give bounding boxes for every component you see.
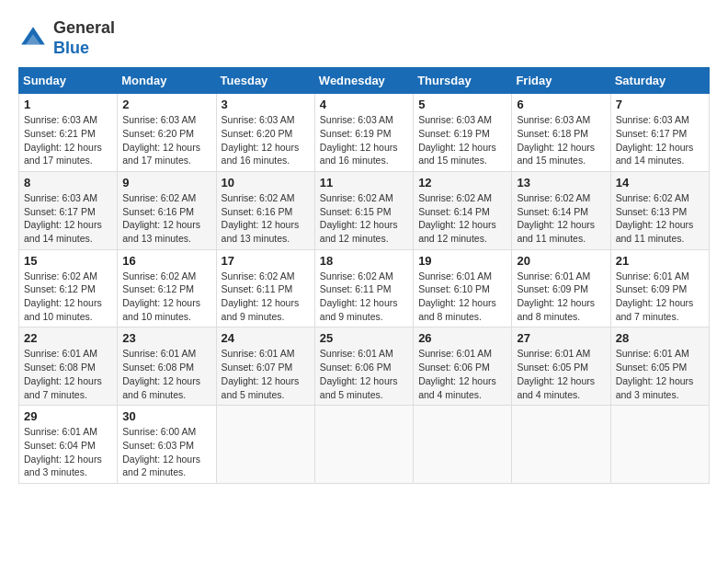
day-info: Sunrise: 6:00 AMSunset: 6:03 PMDaylight:… xyxy=(122,425,210,479)
calendar-cell: 26Sunrise: 6:01 AMSunset: 6:06 PMDayligh… xyxy=(414,327,512,406)
day-info: Sunrise: 6:02 AMSunset: 6:14 PMDaylight:… xyxy=(418,191,506,246)
weekday-friday: Friday xyxy=(512,68,610,94)
calendar-cell: 12Sunrise: 6:02 AMSunset: 6:14 PMDayligh… xyxy=(414,171,512,249)
weekday-header-row: SundayMondayTuesdayWednesdayThursdayFrid… xyxy=(19,68,710,94)
calendar-cell: 29Sunrise: 6:01 AMSunset: 6:04 PMDayligh… xyxy=(19,406,118,484)
day-info: Sunrise: 6:03 AMSunset: 6:19 PMDaylight:… xyxy=(418,113,506,167)
day-number: 28 xyxy=(616,331,704,345)
day-info: Sunrise: 6:01 AMSunset: 6:08 PMDaylight:… xyxy=(122,347,210,401)
day-info: Sunrise: 6:01 AMSunset: 6:10 PMDaylight:… xyxy=(418,270,506,324)
day-info: Sunrise: 6:03 AMSunset: 6:20 PMDaylight:… xyxy=(122,113,210,167)
logo-icon xyxy=(18,24,48,53)
day-info: Sunrise: 6:02 AMSunset: 6:12 PMDaylight:… xyxy=(24,270,112,324)
day-number: 10 xyxy=(222,176,310,190)
day-info: Sunrise: 6:02 AMSunset: 6:11 PMDaylight:… xyxy=(320,270,408,324)
day-number: 5 xyxy=(418,98,506,111)
calendar-cell: 24Sunrise: 6:01 AMSunset: 6:07 PMDayligh… xyxy=(216,327,314,406)
calendar-week-0: 1Sunrise: 6:03 AMSunset: 6:21 PMDaylight… xyxy=(19,94,710,172)
calendar-cell: 9Sunrise: 6:02 AMSunset: 6:16 PMDaylight… xyxy=(118,171,216,249)
calendar-cell: 30Sunrise: 6:00 AMSunset: 6:03 PMDayligh… xyxy=(118,406,216,484)
calendar-cell: 18Sunrise: 6:02 AMSunset: 6:11 PMDayligh… xyxy=(314,249,413,327)
calendar-cell: 19Sunrise: 6:01 AMSunset: 6:10 PMDayligh… xyxy=(414,249,512,327)
calendar-cell: 7Sunrise: 6:03 AMSunset: 6:17 PMDaylight… xyxy=(610,94,709,172)
calendar-cell: 4Sunrise: 6:03 AMSunset: 6:19 PMDaylight… xyxy=(314,94,413,172)
weekday-wednesday: Wednesday xyxy=(314,68,413,94)
day-number: 15 xyxy=(24,254,112,268)
calendar-cell: 15Sunrise: 6:02 AMSunset: 6:12 PMDayligh… xyxy=(19,249,118,327)
day-number: 20 xyxy=(517,254,605,268)
day-number: 16 xyxy=(122,254,210,268)
day-info: Sunrise: 6:02 AMSunset: 6:16 PMDaylight:… xyxy=(222,191,310,246)
day-number: 23 xyxy=(122,331,210,345)
day-number: 27 xyxy=(517,331,605,345)
calendar-week-1: 8Sunrise: 6:03 AMSunset: 6:17 PMDaylight… xyxy=(19,171,710,249)
day-info: Sunrise: 6:02 AMSunset: 6:13 PMDaylight:… xyxy=(616,191,704,246)
calendar-cell: 3Sunrise: 6:03 AMSunset: 6:20 PMDaylight… xyxy=(216,94,314,172)
calendar-cell xyxy=(216,406,314,484)
calendar-cell: 2Sunrise: 6:03 AMSunset: 6:20 PMDaylight… xyxy=(118,94,216,172)
day-info: Sunrise: 6:02 AMSunset: 6:11 PMDaylight:… xyxy=(222,270,310,324)
calendar-cell: 16Sunrise: 6:02 AMSunset: 6:12 PMDayligh… xyxy=(118,249,216,327)
day-number: 1 xyxy=(24,98,112,111)
day-info: Sunrise: 6:03 AMSunset: 6:20 PMDaylight:… xyxy=(222,113,310,167)
calendar-cell xyxy=(314,406,413,484)
day-number: 14 xyxy=(616,176,704,190)
day-number: 4 xyxy=(320,98,408,111)
day-number: 30 xyxy=(122,409,210,423)
page-header: General Blue xyxy=(18,18,710,58)
weekday-thursday: Thursday xyxy=(414,68,512,94)
day-number: 26 xyxy=(418,331,506,345)
day-number: 3 xyxy=(222,98,310,111)
weekday-monday: Monday xyxy=(118,68,216,94)
calendar-cell: 14Sunrise: 6:02 AMSunset: 6:13 PMDayligh… xyxy=(610,171,709,249)
calendar-week-4: 29Sunrise: 6:01 AMSunset: 6:04 PMDayligh… xyxy=(19,406,710,484)
calendar-cell: 5Sunrise: 6:03 AMSunset: 6:19 PMDaylight… xyxy=(414,94,512,172)
day-info: Sunrise: 6:02 AMSunset: 6:12 PMDaylight:… xyxy=(122,270,210,324)
calendar-cell: 17Sunrise: 6:02 AMSunset: 6:11 PMDayligh… xyxy=(216,249,314,327)
weekday-sunday: Sunday xyxy=(19,68,118,94)
calendar-cell: 28Sunrise: 6:01 AMSunset: 6:05 PMDayligh… xyxy=(610,327,709,406)
day-number: 22 xyxy=(24,331,112,345)
day-info: Sunrise: 6:03 AMSunset: 6:18 PMDaylight:… xyxy=(517,113,605,167)
day-number: 2 xyxy=(122,98,210,111)
day-info: Sunrise: 6:03 AMSunset: 6:17 PMDaylight:… xyxy=(616,113,704,167)
day-info: Sunrise: 6:03 AMSunset: 6:19 PMDaylight:… xyxy=(320,113,408,167)
day-info: Sunrise: 6:02 AMSunset: 6:14 PMDaylight:… xyxy=(517,191,605,246)
day-info: Sunrise: 6:03 AMSunset: 6:17 PMDaylight:… xyxy=(24,191,112,246)
day-number: 7 xyxy=(616,98,704,111)
day-number: 11 xyxy=(320,176,408,190)
day-info: Sunrise: 6:01 AMSunset: 6:09 PMDaylight:… xyxy=(517,270,605,324)
day-info: Sunrise: 6:03 AMSunset: 6:21 PMDaylight:… xyxy=(24,113,112,167)
calendar-cell: 25Sunrise: 6:01 AMSunset: 6:06 PMDayligh… xyxy=(314,327,413,406)
day-number: 19 xyxy=(418,254,506,268)
calendar-cell: 6Sunrise: 6:03 AMSunset: 6:18 PMDaylight… xyxy=(512,94,610,172)
calendar-body: 1Sunrise: 6:03 AMSunset: 6:21 PMDaylight… xyxy=(19,94,710,484)
day-number: 12 xyxy=(418,176,506,190)
day-info: Sunrise: 6:01 AMSunset: 6:09 PMDaylight:… xyxy=(616,270,704,324)
day-info: Sunrise: 6:01 AMSunset: 6:05 PMDaylight:… xyxy=(616,347,704,401)
calendar-cell: 21Sunrise: 6:01 AMSunset: 6:09 PMDayligh… xyxy=(610,249,709,327)
calendar-cell: 8Sunrise: 6:03 AMSunset: 6:17 PMDaylight… xyxy=(19,171,118,249)
day-info: Sunrise: 6:02 AMSunset: 6:15 PMDaylight:… xyxy=(320,191,408,246)
day-number: 6 xyxy=(517,98,605,111)
calendar-cell xyxy=(512,406,610,484)
day-info: Sunrise: 6:02 AMSunset: 6:16 PMDaylight:… xyxy=(122,191,210,246)
weekday-tuesday: Tuesday xyxy=(216,68,314,94)
calendar-cell xyxy=(610,406,709,484)
calendar-cell: 13Sunrise: 6:02 AMSunset: 6:14 PMDayligh… xyxy=(512,171,610,249)
day-info: Sunrise: 6:01 AMSunset: 6:06 PMDaylight:… xyxy=(418,347,506,401)
day-number: 17 xyxy=(222,254,310,268)
day-number: 24 xyxy=(222,331,310,345)
calendar-cell: 22Sunrise: 6:01 AMSunset: 6:08 PMDayligh… xyxy=(19,327,118,406)
weekday-saturday: Saturday xyxy=(610,68,709,94)
day-info: Sunrise: 6:01 AMSunset: 6:04 PMDaylight:… xyxy=(24,425,112,479)
calendar-cell: 20Sunrise: 6:01 AMSunset: 6:09 PMDayligh… xyxy=(512,249,610,327)
calendar-cell: 1Sunrise: 6:03 AMSunset: 6:21 PMDaylight… xyxy=(19,94,118,172)
calendar-cell xyxy=(414,406,512,484)
day-number: 21 xyxy=(616,254,704,268)
day-number: 13 xyxy=(517,176,605,190)
day-info: Sunrise: 6:01 AMSunset: 6:07 PMDaylight:… xyxy=(222,347,310,401)
calendar-cell: 27Sunrise: 6:01 AMSunset: 6:05 PMDayligh… xyxy=(512,327,610,406)
day-number: 29 xyxy=(24,409,112,423)
day-number: 8 xyxy=(24,176,112,190)
